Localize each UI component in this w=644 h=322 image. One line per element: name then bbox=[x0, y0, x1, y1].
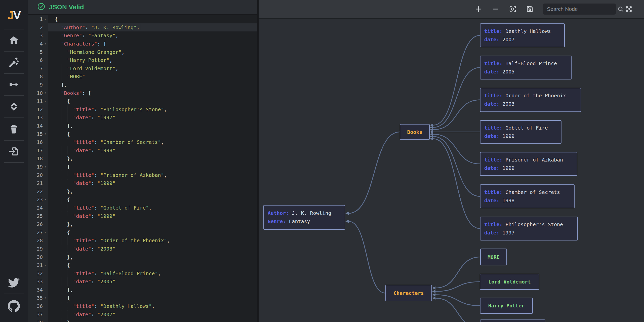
line-code[interactable]: }, bbox=[48, 154, 257, 163]
editor-line-29[interactable]: 29 "date": "2003" bbox=[28, 245, 257, 253]
editor-line-8[interactable]: 8 "MORE" bbox=[28, 72, 257, 81]
editor-line-19[interactable]: 19▾ { bbox=[28, 163, 257, 171]
line-code[interactable]: "Author": "J. K. Rowling", bbox=[48, 23, 257, 32]
search-icon[interactable] bbox=[617, 6, 624, 13]
save-button[interactable] bbox=[526, 5, 534, 13]
sidebar-item-twitter[interactable] bbox=[0, 277, 28, 289]
editor-line-21[interactable]: 21 "date": "1999" bbox=[28, 179, 257, 187]
line-code[interactable]: "title": "Philosopher's Stone", bbox=[48, 105, 257, 114]
line-code[interactable]: { bbox=[48, 163, 257, 171]
sidebar-item-layout-direction[interactable] bbox=[0, 79, 28, 90]
line-code[interactable]: "MORE" bbox=[48, 72, 257, 81]
line-code[interactable]: { bbox=[48, 261, 257, 269]
code-editor[interactable]: 1▾{2 "Author": "J. K. Rowling",3 "Genre"… bbox=[28, 15, 257, 322]
line-code[interactable]: "Books": [ bbox=[48, 89, 257, 97]
line-code[interactable]: "title": "Order of the Phoenix", bbox=[48, 236, 257, 245]
fold-toggle-icon[interactable]: ▾ bbox=[43, 261, 48, 269]
zoom-in-button[interactable] bbox=[474, 5, 482, 13]
editor-line-10[interactable]: 10▾ "Books": [ bbox=[28, 89, 257, 97]
line-code[interactable]: "Harry Potter", bbox=[48, 56, 257, 64]
line-code[interactable]: "date": "2007" bbox=[48, 310, 257, 318]
graph-node-order-of-the-phoenix[interactable]: title: Order of the Phoenixdate: 2003 bbox=[480, 88, 581, 112]
editor-line-34[interactable]: 34 }, bbox=[28, 286, 257, 294]
fold-toggle-icon[interactable]: ▾ bbox=[43, 97, 48, 105]
graph-node-half-blood-prince[interactable]: title: Half-Blood Princedate: 2005 bbox=[480, 56, 572, 79]
fold-toggle-icon[interactable]: ▾ bbox=[43, 130, 48, 138]
editor-line-32[interactable]: 32 "title": "Half-Blood Prince", bbox=[28, 269, 257, 277]
fold-toggle-icon[interactable]: ▾ bbox=[43, 195, 48, 204]
editor-line-37[interactable]: 37 "date": "2007" bbox=[28, 310, 257, 318]
zoom-out-button[interactable] bbox=[492, 5, 500, 13]
editor-line-6[interactable]: 6 "Harry Potter", bbox=[28, 56, 257, 64]
editor-line-14[interactable]: 14 }, bbox=[28, 122, 257, 130]
editor-line-38[interactable]: 38 } bbox=[28, 318, 257, 322]
line-code[interactable]: { bbox=[48, 15, 257, 23]
editor-line-22[interactable]: 22 }, bbox=[28, 187, 257, 195]
graph-node-characters[interactable]: Characters bbox=[385, 285, 432, 301]
editor-line-9[interactable]: 9 ], bbox=[28, 81, 257, 89]
editor-line-27[interactable]: 27▾ { bbox=[28, 228, 257, 236]
editor-line-26[interactable]: 26 }, bbox=[28, 220, 257, 228]
line-code[interactable]: { bbox=[48, 294, 257, 302]
line-code[interactable]: }, bbox=[48, 220, 257, 228]
line-code[interactable]: { bbox=[48, 195, 257, 204]
sidebar-item-expand-collapse[interactable] bbox=[0, 101, 28, 112]
line-code[interactable]: "title": "Goblet of Fire", bbox=[48, 204, 257, 212]
editor-line-15[interactable]: 15▾ { bbox=[28, 130, 257, 138]
fold-toggle-icon[interactable]: ▾ bbox=[43, 15, 48, 23]
editor-line-2[interactable]: 2 "Author": "J. K. Rowling", bbox=[28, 23, 257, 32]
editor-line-7[interactable]: 7 "Lord Voldemort", bbox=[28, 64, 257, 73]
app-logo[interactable]: JV bbox=[0, 10, 28, 21]
line-code[interactable]: "date": "2003" bbox=[48, 245, 257, 253]
fold-toggle-icon[interactable]: ▾ bbox=[43, 228, 48, 236]
graph-canvas[interactable]: Author: J. K. RowlingGenre: FantasyBooks… bbox=[259, 0, 644, 322]
center-view-button[interactable] bbox=[509, 5, 517, 13]
line-code[interactable]: } bbox=[48, 318, 257, 322]
line-code[interactable]: "Genre": "Fantasy", bbox=[48, 31, 257, 40]
search-node-input[interactable] bbox=[543, 6, 617, 12]
graph-node-more[interactable]: MORE bbox=[480, 249, 507, 265]
editor-line-17[interactable]: 17 "date": "1998" bbox=[28, 146, 257, 155]
editor-line-25[interactable]: 25 "date": "1999" bbox=[28, 212, 257, 220]
line-code[interactable]: { bbox=[48, 228, 257, 236]
editor-line-36[interactable]: 36 "title": "Deathly Hallows", bbox=[28, 302, 257, 310]
editor-line-1[interactable]: 1▾{ bbox=[28, 15, 257, 23]
fold-toggle-icon[interactable]: ▾ bbox=[43, 294, 48, 302]
line-code[interactable]: "date": "1997" bbox=[48, 113, 257, 122]
graph-node-deathly-hallows[interactable]: title: Deathly Hallowsdate: 2007 bbox=[480, 23, 565, 47]
line-code[interactable]: "Lord Voldemort", bbox=[48, 64, 257, 73]
editor-line-30[interactable]: 30 }, bbox=[28, 253, 257, 261]
sidebar-item-auto-format[interactable] bbox=[0, 57, 28, 68]
editor-line-3[interactable]: 3 "Genre": "Fantasy", bbox=[28, 31, 257, 40]
line-code[interactable]: "title": "Prisoner of Azkaban", bbox=[48, 171, 257, 179]
editor-line-31[interactable]: 31▾ { bbox=[28, 261, 257, 269]
line-code[interactable]: "date": "1998" bbox=[48, 146, 257, 155]
graph-node-lord-voldemort[interactable]: Lord Voldemort bbox=[480, 274, 539, 290]
editor-line-33[interactable]: 33 "date": "2005" bbox=[28, 277, 257, 286]
line-code[interactable]: "title": "Deathly Hallows", bbox=[48, 302, 257, 310]
editor-line-5[interactable]: 5 "Hermione Granger", bbox=[28, 48, 257, 56]
line-code[interactable]: "date": "1999" bbox=[48, 179, 257, 187]
line-code[interactable]: { bbox=[48, 130, 257, 138]
line-code[interactable]: }, bbox=[48, 286, 257, 294]
line-code[interactable]: "title": "Chamber of Secrets", bbox=[48, 138, 257, 146]
sidebar-item-clear[interactable] bbox=[0, 124, 28, 135]
fold-toggle-icon[interactable]: ▾ bbox=[43, 40, 48, 48]
line-code[interactable]: "date": "1999" bbox=[48, 212, 257, 220]
fold-toggle-icon[interactable]: ▾ bbox=[43, 163, 48, 171]
fullscreen-button[interactable] bbox=[625, 5, 633, 13]
editor-line-35[interactable]: 35▾ { bbox=[28, 294, 257, 302]
editor-line-28[interactable]: 28 "title": "Order of the Phoenix", bbox=[28, 236, 257, 245]
graph-node-root[interactable]: Author: J. K. RowlingGenre: Fantasy bbox=[263, 205, 345, 230]
graph-node-hermione-granger[interactable]: Hermione Granger bbox=[480, 319, 545, 322]
sidebar-item-home[interactable] bbox=[0, 35, 28, 46]
editor-line-23[interactable]: 23▾ { bbox=[28, 195, 257, 204]
sidebar-item-github[interactable] bbox=[0, 300, 28, 312]
editor-line-12[interactable]: 12 "title": "Philosopher's Stone", bbox=[28, 105, 257, 114]
sidebar-item-import[interactable] bbox=[0, 146, 28, 157]
line-code[interactable]: "Hermione Granger", bbox=[48, 48, 257, 56]
editor-line-18[interactable]: 18 }, bbox=[28, 154, 257, 163]
line-code[interactable]: { bbox=[48, 97, 257, 105]
graph-node-chamber-of-secrets[interactable]: title: Chamber of Secretsdate: 1998 bbox=[480, 184, 575, 208]
graph-node-prisoner-of-azkaban[interactable]: title: Prisoner of Azkabandate: 1999 bbox=[480, 152, 577, 176]
